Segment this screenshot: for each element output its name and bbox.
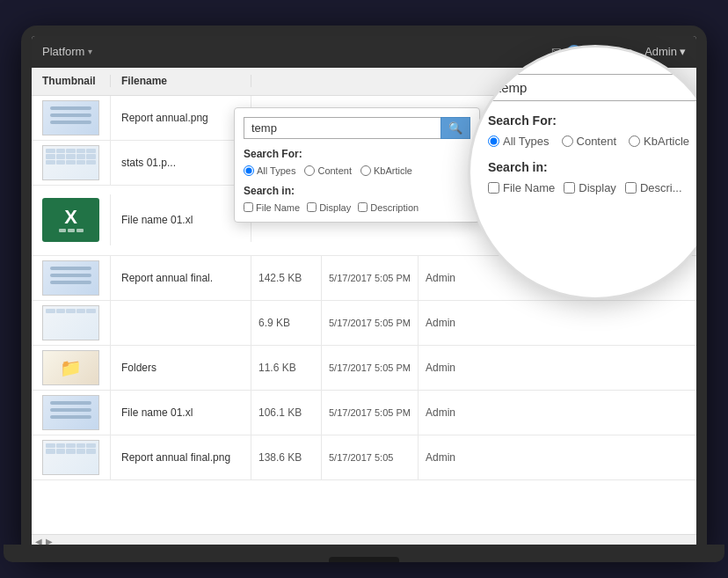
laptop-base	[4, 545, 724, 562]
filename-cell: Report annual final.	[111, 256, 251, 300]
magnify-checkbox-display-input[interactable]	[564, 182, 575, 194]
filename-cell	[111, 301, 251, 345]
col-thumbnail: Thumbnail	[32, 75, 111, 87]
magnify-checkbox-description[interactable]: Descri...	[625, 181, 682, 194]
thumbnail-image	[42, 395, 99, 430]
filename-cell: Report annual final.png	[111, 435, 251, 479]
radio-all-types[interactable]: All Types	[244, 165, 295, 176]
magnify-checkbox-group: File Name Display Descri...	[488, 181, 696, 194]
col-filename: Filename	[111, 75, 251, 87]
admin-menu[interactable]: Admin ▾	[644, 45, 686, 58]
radio-kbarticle-input[interactable]	[360, 165, 371, 176]
filename-text: Report annual final.png	[121, 451, 230, 464]
thumbnail-cell	[32, 301, 111, 345]
filename-cell: File name 01.xl	[111, 391, 251, 435]
radio-content-input[interactable]	[304, 165, 315, 176]
thumbnail-image	[42, 350, 99, 385]
filename-text: File name 01.xl	[121, 406, 193, 419]
magnify-search-for-label: Search For:	[488, 113, 696, 128]
magnify-checkbox-filename[interactable]: File Name	[488, 181, 555, 194]
magnify-checkbox-display[interactable]: Display	[564, 181, 616, 194]
magnify-search-input[interactable]	[488, 74, 696, 101]
magnify-search-in-label: Search in:	[488, 160, 696, 174]
magnify-checkbox-description-input[interactable]	[625, 182, 637, 194]
checkbox-description-label: Description	[370, 202, 419, 213]
table-row[interactable]: 6.9 KB 5/17/2017 5:05 PM Admin	[32, 301, 696, 346]
search-input[interactable]	[244, 117, 440, 139]
size-cell: 138.6 KB	[251, 435, 322, 479]
search-in-label: Search in:	[244, 185, 470, 197]
magnify-radio-kbarticle[interactable]: KbArticle	[629, 135, 689, 148]
table-row[interactable]: Report annual final.png 138.6 KB 5/17/20…	[32, 435, 696, 480]
filename-text: stats 01.p...	[121, 157, 176, 169]
thumbnail-cell	[32, 256, 111, 300]
filename-text: Report annual.png	[121, 112, 208, 124]
filename-text: Report annual final.	[121, 272, 213, 284]
radio-kbarticle[interactable]: KbArticle	[360, 165, 412, 176]
admin-label: Admin	[644, 45, 677, 58]
thumbnail-cell	[32, 346, 111, 390]
laptop-notch	[329, 557, 399, 562]
checkbox-description-input[interactable]	[358, 202, 368, 212]
radio-kbarticle-label: KbArticle	[374, 165, 412, 176]
thumbnail-image	[42, 440, 99, 475]
magnify-checkbox-filename-input[interactable]	[488, 182, 499, 194]
radio-all-types-input[interactable]	[244, 165, 254, 176]
table-row[interactable]: File name 01.xl 106.1 KB 5/17/2017 5:05 …	[32, 391, 696, 435]
checkbox-filename-label: File Name	[256, 202, 300, 213]
search-input-row: 🔍	[244, 117, 470, 139]
filename-text: File name 01.xl	[121, 214, 193, 226]
thumbnail-image	[42, 260, 99, 296]
size-cell: 142.5 KB	[251, 256, 322, 300]
magnify-checkbox-description-label: Descri...	[640, 181, 682, 194]
nav-left: Platform ▾	[42, 45, 92, 58]
size-cell: 6.9 KB	[251, 301, 322, 345]
platform-caret: ▾	[88, 47, 92, 56]
checkbox-description[interactable]: Description	[358, 202, 419, 213]
magnify-radio-group: All Types Content KbArticle	[488, 135, 696, 148]
user-cell: Admin	[419, 301, 471, 345]
magnify-radio-kbarticle-input[interactable]	[629, 135, 640, 147]
table-row[interactable]: Folders 11.6 KB 5/17/2017 5:05 PM Admin	[32, 346, 696, 391]
date-cell: 5/17/2017 5:05 PM	[322, 256, 419, 300]
magnify-search-row	[488, 74, 696, 101]
checkbox-display-input[interactable]	[307, 202, 317, 212]
radio-content-label: Content	[317, 165, 352, 176]
magnify-radio-all-types[interactable]: All Types	[488, 135, 550, 148]
date-cell: 5/17/2017 5:05 PM	[322, 391, 419, 435]
filename-cell: Report annual.png	[111, 96, 251, 140]
search-submit-button[interactable]: 🔍	[440, 117, 470, 139]
filename-cell: File name 01.xl	[111, 198, 251, 242]
thumbnail-cell	[32, 96, 111, 140]
magnify-radio-content-label: Content	[577, 135, 617, 148]
filename-cell: stats 01.p...	[111, 141, 251, 185]
checkbox-filename[interactable]: File Name	[244, 202, 300, 213]
magnify-checkbox-filename-label: File Name	[503, 181, 555, 194]
date-cell: 5/17/2017 5:05 PM	[322, 301, 419, 345]
checkbox-display[interactable]: Display	[307, 202, 351, 213]
search-for-label: Search For:	[244, 148, 470, 160]
magnify-radio-content-input[interactable]	[562, 135, 573, 147]
filename-cell: Folders	[111, 346, 251, 390]
thumbnail-image	[42, 145, 99, 180]
platform-menu[interactable]: Platform ▾	[42, 45, 92, 58]
user-cell: Admin	[419, 435, 471, 479]
search-in-group: File Name Display Description	[244, 202, 470, 213]
size-cell: 106.1 KB	[251, 391, 322, 435]
search-popup: 🔍 Search For: All Types Content	[234, 107, 480, 223]
radio-all-types-label: All Types	[257, 165, 295, 176]
platform-label: Platform	[42, 45, 84, 58]
checkbox-filename-input[interactable]	[244, 202, 253, 212]
thumbnail-image	[42, 305, 99, 340]
excel-thumbnail: X	[42, 198, 99, 242]
thumbnail-cell: X	[32, 194, 111, 245]
magnify-radio-content[interactable]: Content	[562, 135, 617, 148]
user-cell: Admin	[419, 391, 471, 435]
admin-caret: ▾	[680, 45, 686, 58]
filename-text: Folders	[121, 362, 157, 374]
user-cell: Admin	[419, 256, 471, 300]
radio-content[interactable]: Content	[304, 165, 352, 176]
thumbnail-cell	[32, 435, 111, 479]
magnify-radio-all-types-label: All Types	[503, 135, 550, 148]
magnify-radio-all-types-input[interactable]	[488, 135, 499, 147]
